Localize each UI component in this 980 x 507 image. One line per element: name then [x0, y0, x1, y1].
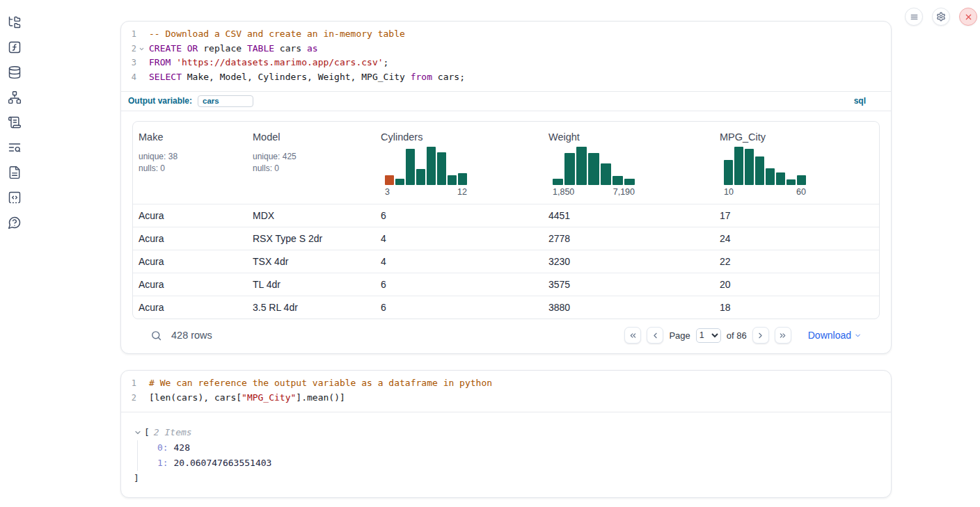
table-cell: 3230 — [543, 250, 714, 273]
code-line: 2CREATE OR replace TABLE cars as — [121, 42, 891, 56]
table-footer: 428 rows Page 1 of 86 — [143, 319, 869, 353]
line-number: 2 — [121, 391, 136, 405]
python-code-editor[interactable]: 1# We can reference the output variable … — [121, 371, 891, 411]
hamburger-icon — [910, 13, 919, 22]
tree-close-bracket: ] — [134, 471, 891, 486]
table-cell: 18 — [714, 296, 879, 319]
text-search-icon[interactable] — [8, 140, 22, 154]
output-variable-label: Output variable: — [128, 96, 192, 106]
output-variable-input[interactable] — [198, 95, 253, 107]
collapse-chevron-icon[interactable] — [134, 428, 142, 437]
sql-cell: 1-- Download a CSV and create an in-memo… — [120, 21, 892, 354]
scroll-logs-icon[interactable] — [8, 115, 22, 129]
last-page-button[interactable] — [775, 327, 791, 344]
table-header-row: Makeunique: 38nulls: 0Modelunique: 425nu… — [133, 122, 879, 204]
menu-button[interactable] — [905, 8, 923, 26]
column-header-Model[interactable]: Modelunique: 425nulls: 0 — [247, 122, 375, 204]
chevron-left-icon — [651, 331, 660, 340]
table-cell: 3575 — [543, 273, 714, 296]
table-cell: 3880 — [543, 296, 714, 319]
left-panel-toolbar — [0, 0, 29, 230]
shutdown-button[interactable] — [959, 8, 977, 26]
chevron-down-icon — [854, 332, 862, 339]
result-tree: [ 2 Items 0: 4281: 20.060747663551403 ] — [121, 412, 891, 497]
next-page-button[interactable] — [752, 327, 769, 344]
table-cell: TL 4dr — [247, 273, 375, 296]
table-cell: 17 — [714, 204, 879, 227]
help-bubble-icon[interactable] — [8, 216, 22, 230]
table-cell: 20 — [714, 273, 879, 296]
tree-open-bracket: [ — [144, 425, 150, 440]
table-row[interactable]: Acura3.5 RL 4dr6388018 — [133, 296, 879, 319]
table-cell: 6 — [375, 204, 543, 227]
tree-items-count: 2 Items — [154, 425, 192, 440]
table-cell: 22 — [714, 250, 879, 273]
table-cell: 2778 — [543, 227, 714, 250]
line-number: 3 — [121, 56, 136, 70]
settings-button[interactable] — [932, 8, 950, 26]
code-line: 3FROM 'https://datasets.marimo.app/cars.… — [121, 56, 891, 70]
chevron-right-icon — [756, 331, 765, 340]
table-cell: 4451 — [543, 204, 714, 227]
tree-entry: 0: 428 — [157, 440, 891, 456]
table-cell: Acura — [133, 250, 247, 273]
column-header-Make[interactable]: Makeunique: 38nulls: 0 — [133, 122, 247, 204]
download-button[interactable]: Download — [808, 330, 862, 341]
chevrons-left-icon — [629, 331, 638, 340]
chevrons-right-icon — [778, 331, 787, 340]
histogram-Weight: 1,8507,190 — [553, 147, 635, 197]
column-header-Cylinders[interactable]: Cylinders312 — [375, 122, 543, 204]
table-cell: 4 — [375, 227, 543, 250]
table-row[interactable]: AcuraTL 4dr6357520 — [133, 273, 879, 296]
sql-editor-footer: Output variable: sql — [121, 91, 891, 111]
code-line: 1# We can reference the output variable … — [121, 376, 891, 391]
notebook-actions — [905, 8, 977, 26]
column-stats: unique: 425nulls: 0 — [253, 151, 370, 175]
language-badge[interactable]: sql — [854, 96, 866, 106]
column-header-Weight[interactable]: Weight1,8507,190 — [543, 122, 714, 204]
dataframe-table: Makeunique: 38nulls: 0Modelunique: 425nu… — [132, 121, 880, 320]
datasources-database-icon[interactable] — [8, 65, 22, 79]
gear-icon — [936, 12, 946, 22]
table-row[interactable]: AcuraRSX Type S 2dr4277824 — [133, 227, 879, 250]
pagination: Page 1 of 86 Download — [624, 327, 862, 344]
table-cell: 24 — [714, 227, 879, 250]
line-number: 1 — [121, 27, 136, 42]
documentation-file-icon[interactable] — [8, 166, 22, 179]
table-cell: Acura — [133, 204, 247, 227]
code-line: 1-- Download a CSV and create an in-memo… — [121, 27, 891, 42]
column-stats: unique: 38nulls: 0 — [139, 151, 242, 175]
tree-entries: 0: 4281: 20.060747663551403 — [137, 440, 891, 471]
table-cell: 6 — [375, 296, 543, 319]
histogram-Cylinders: 312 — [385, 147, 467, 197]
table-cell: 6 — [375, 273, 543, 296]
dependency-graph-icon[interactable] — [8, 90, 22, 104]
table-row[interactable]: AcuraMDX6445117 — [133, 204, 879, 227]
fold-chevron-icon[interactable] — [136, 42, 146, 56]
table-cell: Acura — [133, 296, 247, 319]
close-x-icon — [964, 13, 973, 22]
snippets-code-icon[interactable] — [8, 191, 22, 204]
python-cell-output: [ 2 Items 0: 4281: 20.060747663551403 ] — [121, 412, 891, 497]
row-count: 428 rows — [171, 330, 212, 341]
search-icon[interactable] — [150, 330, 162, 341]
column-header-MPG_City[interactable]: MPG_City1060 — [714, 122, 879, 204]
table-cell: 4 — [375, 250, 543, 273]
table-row[interactable]: AcuraTSX 4dr4323022 — [133, 250, 879, 273]
table-cell: Acura — [133, 273, 247, 296]
page-select[interactable]: 1 — [696, 328, 721, 343]
line-number: 4 — [121, 70, 136, 85]
function-square-icon[interactable] — [8, 40, 22, 54]
sql-code-editor[interactable]: 1-- Download a CSV and create an in-memo… — [121, 22, 891, 91]
table-cell: MDX — [247, 204, 375, 227]
table-body: AcuraMDX6445117AcuraRSX Type S 2dr427782… — [133, 204, 879, 319]
previous-page-button[interactable] — [647, 327, 663, 344]
code-line: 2[len(cars), cars["MPG_City"].mean()] — [121, 391, 891, 405]
page-of-label: of 86 — [727, 330, 747, 341]
line-number: 1 — [121, 376, 136, 391]
code-line: 4SELECT Make, Model, Cylinders, Weight, … — [121, 70, 891, 85]
first-page-button[interactable] — [624, 327, 641, 344]
file-tree-icon[interactable] — [8, 15, 22, 29]
table-cell: RSX Type S 2dr — [247, 227, 375, 250]
download-label: Download — [808, 330, 851, 341]
